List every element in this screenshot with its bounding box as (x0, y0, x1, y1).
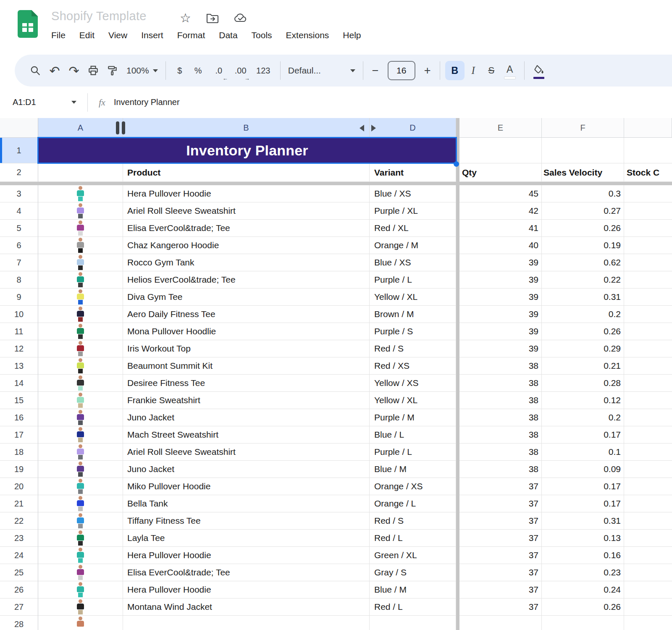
cell-product-image[interactable] (38, 444, 123, 461)
row-number[interactable]: 5 (0, 220, 38, 237)
cell-stock[interactable] (624, 254, 672, 271)
cell-product[interactable]: Hera Pullover Hoodie (123, 185, 370, 202)
cell-qty[interactable]: 38 (459, 444, 542, 461)
cell-product[interactable]: Elisa EverCool&trade; Tee (123, 220, 370, 237)
cell-velocity[interactable]: 0.12 (542, 392, 624, 409)
cell-qty[interactable]: 37 (459, 547, 542, 564)
row-header-2[interactable]: 2 (0, 163, 38, 182)
cell-stock[interactable] (624, 512, 672, 530)
cell-velocity[interactable] (542, 616, 624, 630)
document-title[interactable]: Shopify Template (51, 9, 147, 23)
cell-product-image[interactable] (38, 564, 123, 581)
font-size-input[interactable]: 16 (388, 61, 415, 80)
row-number[interactable]: 28 (0, 616, 38, 630)
row-number[interactable]: 19 (0, 461, 38, 478)
cell-variant[interactable]: Red / L (370, 598, 456, 616)
cell-velocity[interactable]: 0.24 (542, 581, 624, 598)
cell-stock[interactable] (624, 461, 672, 478)
star-icon[interactable]: ☆ (180, 12, 191, 24)
cell-qty[interactable]: 39 (459, 340, 542, 357)
name-box[interactable]: A1:D1 (0, 97, 71, 107)
cell-qty[interactable]: 38 (459, 461, 542, 478)
cell-product-image[interactable] (38, 461, 123, 478)
cell-product[interactable]: Desiree Fitness Tee (123, 375, 370, 392)
cell-velocity[interactable]: 0.17 (542, 495, 624, 512)
cell-product-image[interactable] (38, 340, 123, 357)
hidden-column-right-arrow-icon[interactable] (371, 125, 376, 131)
cell-qty[interactable]: 42 (459, 202, 542, 220)
increase-font-size-button[interactable]: + (420, 61, 435, 80)
cell-qty[interactable]: 38 (459, 426, 542, 444)
cell-qty[interactable]: 39 (459, 306, 542, 323)
row-number[interactable]: 11 (0, 323, 38, 340)
row-number[interactable]: 20 (0, 478, 38, 495)
move-to-folder-icon[interactable] (206, 13, 219, 24)
cell-stock[interactable] (624, 289, 672, 306)
cell-variant[interactable]: Blue / XS (370, 185, 456, 202)
cell-product[interactable]: Beaumont Summit Kit (123, 357, 370, 375)
cell-product[interactable]: Juno Jacket (123, 461, 370, 478)
decrease-font-size-button[interactable]: − (368, 61, 383, 80)
google-sheets-logo-icon[interactable] (18, 10, 38, 38)
cell-product[interactable]: Iris Workout Top (123, 340, 370, 357)
cell-product-image[interactable] (38, 547, 123, 564)
selection-fill-handle[interactable] (454, 161, 459, 167)
cell-variant[interactable]: Blue / M (370, 461, 456, 478)
cell-qty[interactable]: 39 (459, 289, 542, 306)
row-number[interactable]: 18 (0, 444, 38, 461)
cell-product-image[interactable] (38, 289, 123, 306)
cell-velocity[interactable]: 0.27 (542, 202, 624, 220)
redo-icon[interactable]: ↷ (64, 61, 84, 80)
row-number[interactable]: 6 (0, 237, 38, 254)
cell-stock[interactable] (624, 357, 672, 375)
menu-view[interactable]: View (108, 30, 127, 40)
row-header-1[interactable]: 1 (0, 138, 38, 163)
strikethrough-button[interactable]: S (482, 61, 501, 80)
cell-velocity[interactable]: 0.09 (542, 461, 624, 478)
format-percent-button[interactable]: % (189, 61, 208, 80)
empty-cell[interactable] (624, 138, 672, 163)
cell-product-image[interactable] (38, 616, 123, 630)
cell-variant[interactable]: Orange / L (370, 495, 456, 512)
font-family-selector[interactable]: Defaul... (286, 61, 358, 80)
cell-stock[interactable] (624, 323, 672, 340)
cell-product-image[interactable] (38, 185, 123, 202)
row-number[interactable]: 15 (0, 392, 38, 409)
header-sales-velocity[interactable]: Sales Velocity (542, 163, 624, 182)
column-header-g[interactable] (624, 118, 672, 138)
cell-variant[interactable]: Brown / M (370, 306, 456, 323)
header-qty[interactable]: Qty (459, 163, 542, 182)
cell-variant[interactable]: Yellow / XL (370, 289, 456, 306)
cell-product[interactable]: Ariel Roll Sleeve Sweatshirt (123, 202, 370, 220)
cell-qty[interactable]: 39 (459, 254, 542, 271)
cell-qty[interactable]: 39 (459, 271, 542, 289)
cell-product-image[interactable] (38, 530, 123, 547)
cell-velocity[interactable]: 0.19 (542, 237, 624, 254)
cell-product[interactable]: Helios EverCool&trade; Tee (123, 271, 370, 289)
cell-velocity[interactable]: 0.62 (542, 254, 624, 271)
row-number[interactable]: 8 (0, 271, 38, 289)
cell-product-image[interactable] (38, 306, 123, 323)
cell-product[interactable]: Aero Daily Fitness Tee (123, 306, 370, 323)
cell-product[interactable]: Mach Street Sweatshirt (123, 426, 370, 444)
cell-variant[interactable]: Red / XL (370, 220, 456, 237)
more-formats-button[interactable]: 123 (252, 61, 275, 80)
cell-velocity[interactable]: 0.16 (542, 547, 624, 564)
row-number[interactable]: 22 (0, 512, 38, 530)
cell-qty[interactable]: 38 (459, 375, 542, 392)
cell-velocity[interactable]: 0.28 (542, 375, 624, 392)
cell-product[interactable]: Rocco Gym Tank (123, 254, 370, 271)
formula-input[interactable]: Inventory Planner (114, 97, 180, 107)
cell-velocity[interactable]: 0.13 (542, 530, 624, 547)
cell-variant[interactable]: Purple / M (370, 409, 456, 426)
column-header-e[interactable]: E (459, 118, 542, 138)
cell-qty[interactable]: 37 (459, 478, 542, 495)
menu-file[interactable]: File (51, 30, 66, 40)
cell-velocity[interactable]: 0.21 (542, 357, 624, 375)
cell-velocity[interactable]: 0.31 (542, 289, 624, 306)
menu-tools[interactable]: Tools (252, 30, 272, 40)
cell-product[interactable]: Bella Tank (123, 495, 370, 512)
row-number[interactable]: 14 (0, 375, 38, 392)
cell-product-image[interactable] (38, 512, 123, 530)
cell-stock[interactable] (624, 392, 672, 409)
